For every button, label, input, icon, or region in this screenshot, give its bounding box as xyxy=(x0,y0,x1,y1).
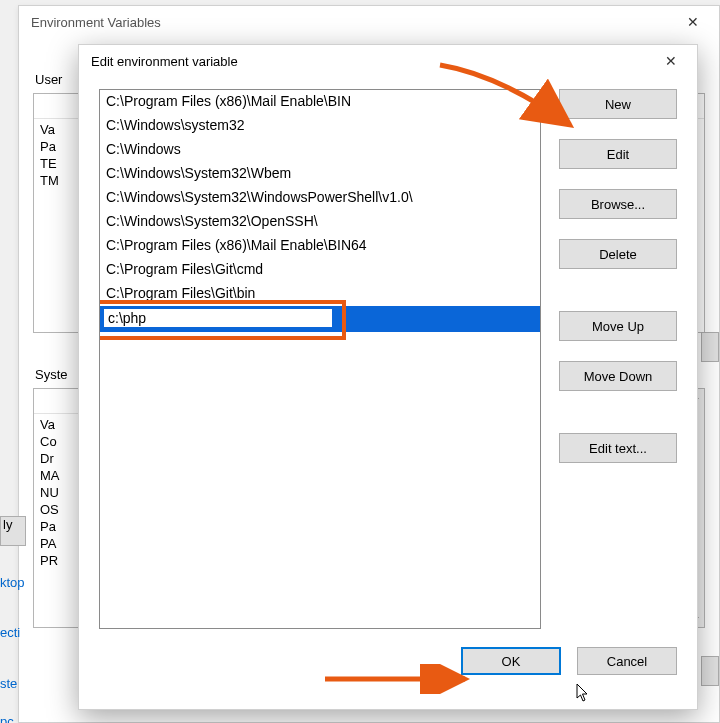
new-button[interactable]: New xyxy=(559,89,677,119)
path-edit-input[interactable] xyxy=(103,308,333,328)
left-link-desktop[interactable]: ktop xyxy=(0,575,25,590)
move-down-button[interactable]: Move Down xyxy=(559,361,677,391)
left-link-connections[interactable]: ecti xyxy=(0,625,20,640)
side-buttons: New Edit Browse... Delete Move Up Move D… xyxy=(559,89,677,629)
path-item-editing[interactable] xyxy=(100,306,540,332)
edit-button[interactable]: Edit xyxy=(559,139,677,169)
close-icon[interactable]: ✕ xyxy=(673,8,713,36)
move-up-button[interactable]: Move Up xyxy=(559,311,677,341)
path-item[interactable]: C:\Program Files\Git\bin xyxy=(100,282,540,306)
edit-text-button[interactable]: Edit text... xyxy=(559,433,677,463)
partial-button[interactable] xyxy=(701,332,719,362)
path-item[interactable]: C:\Program Files\Git\cmd xyxy=(100,258,540,282)
edit-dialog-titlebar: Edit environment variable ✕ xyxy=(79,45,697,77)
left-link-pc[interactable]: pc xyxy=(0,714,14,723)
path-item[interactable]: C:\Windows\System32\WindowsPowerShell\v1… xyxy=(100,186,540,210)
path-item[interactable]: C:\Program Files (x86)\Mail Enable\BIN64 xyxy=(100,234,540,258)
path-item[interactable]: C:\Windows\System32\Wbem xyxy=(100,162,540,186)
apply-fragment-button[interactable]: ly xyxy=(0,516,26,546)
dialog-bottom-bar: OK Cancel xyxy=(99,647,677,675)
path-item[interactable]: C:\Windows\system32 xyxy=(100,114,540,138)
edit-env-variable-dialog: Edit environment variable ✕ C:\Program F… xyxy=(78,44,698,710)
partial-button[interactable] xyxy=(701,656,719,686)
edit-dialog-title: Edit environment variable xyxy=(91,54,238,69)
path-item[interactable]: C:\Windows\System32\OpenSSH\ xyxy=(100,210,540,234)
cancel-button[interactable]: Cancel xyxy=(577,647,677,675)
env-title: Environment Variables xyxy=(31,15,161,30)
left-link-system[interactable]: ste xyxy=(0,676,17,691)
path-item[interactable]: C:\Program Files (x86)\Mail Enable\BIN xyxy=(100,90,540,114)
path-list[interactable]: C:\Program Files (x86)\Mail Enable\BINC:… xyxy=(99,89,541,629)
path-item[interactable]: C:\Windows xyxy=(100,138,540,162)
delete-button[interactable]: Delete xyxy=(559,239,677,269)
browse-button[interactable]: Browse... xyxy=(559,189,677,219)
env-titlebar: Environment Variables ✕ xyxy=(19,6,719,38)
close-icon[interactable]: ✕ xyxy=(651,47,691,75)
ok-button[interactable]: OK xyxy=(461,647,561,675)
